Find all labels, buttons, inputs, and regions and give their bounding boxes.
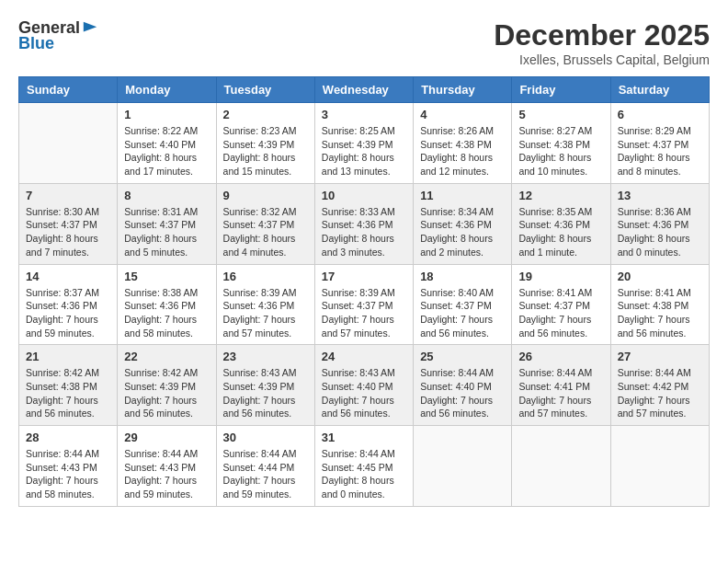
table-row: 16Sunrise: 8:39 AMSunset: 4:36 PMDayligh… bbox=[216, 264, 314, 345]
day-info: Sunrise: 8:44 AMSunset: 4:42 PMDaylight:… bbox=[618, 366, 702, 420]
table-row bbox=[512, 426, 610, 507]
table-row: 30Sunrise: 8:44 AMSunset: 4:44 PMDayligh… bbox=[216, 426, 314, 507]
table-row: 2Sunrise: 8:23 AMSunset: 4:39 PMDaylight… bbox=[216, 103, 314, 184]
day-number: 11 bbox=[420, 189, 505, 202]
logo-blue: Blue bbox=[18, 34, 54, 53]
day-number: 2 bbox=[223, 108, 308, 121]
day-info: Sunrise: 8:22 AMSunset: 4:40 PMDaylight:… bbox=[124, 124, 209, 178]
table-row: 26Sunrise: 8:44 AMSunset: 4:41 PMDayligh… bbox=[512, 345, 610, 426]
day-info: Sunrise: 8:30 AMSunset: 4:37 PMDaylight:… bbox=[26, 205, 110, 259]
table-row bbox=[19, 103, 118, 184]
day-info: Sunrise: 8:41 AMSunset: 4:37 PMDaylight:… bbox=[518, 286, 603, 340]
day-number: 25 bbox=[420, 350, 505, 363]
table-row: 24Sunrise: 8:43 AMSunset: 4:40 PMDayligh… bbox=[314, 345, 413, 426]
table-row: 19Sunrise: 8:41 AMSunset: 4:37 PMDayligh… bbox=[512, 264, 610, 345]
day-info: Sunrise: 8:39 AMSunset: 4:37 PMDaylight:… bbox=[322, 286, 406, 340]
table-row: 29Sunrise: 8:44 AMSunset: 4:43 PMDayligh… bbox=[118, 426, 216, 507]
day-info: Sunrise: 8:41 AMSunset: 4:38 PMDaylight:… bbox=[618, 286, 702, 340]
day-number: 30 bbox=[223, 431, 308, 444]
day-number: 8 bbox=[124, 189, 209, 202]
day-info: Sunrise: 8:40 AMSunset: 4:37 PMDaylight:… bbox=[420, 286, 505, 340]
day-number: 27 bbox=[618, 350, 702, 363]
day-number: 21 bbox=[26, 350, 110, 363]
calendar-table: Sunday Monday Tuesday Wednesday Thursday… bbox=[18, 76, 710, 507]
header-saturday: Saturday bbox=[610, 77, 709, 103]
table-row: 22Sunrise: 8:42 AMSunset: 4:39 PMDayligh… bbox=[118, 345, 216, 426]
table-row bbox=[610, 426, 709, 507]
day-info: Sunrise: 8:33 AMSunset: 4:36 PMDaylight:… bbox=[322, 205, 406, 259]
day-info: Sunrise: 8:34 AMSunset: 4:36 PMDaylight:… bbox=[420, 205, 505, 259]
day-info: Sunrise: 8:42 AMSunset: 4:39 PMDaylight:… bbox=[124, 366, 209, 420]
day-info: Sunrise: 8:38 AMSunset: 4:36 PMDaylight:… bbox=[124, 286, 209, 340]
day-number: 13 bbox=[618, 189, 702, 202]
header-tuesday: Tuesday bbox=[216, 77, 314, 103]
calendar-week-row: 21Sunrise: 8:42 AMSunset: 4:38 PMDayligh… bbox=[19, 345, 710, 426]
table-row: 11Sunrise: 8:34 AMSunset: 4:36 PMDayligh… bbox=[414, 183, 512, 264]
day-info: Sunrise: 8:42 AMSunset: 4:38 PMDaylight:… bbox=[26, 366, 110, 420]
day-info: Sunrise: 8:43 AMSunset: 4:39 PMDaylight:… bbox=[223, 366, 308, 420]
day-info: Sunrise: 8:25 AMSunset: 4:39 PMDaylight:… bbox=[322, 124, 406, 178]
table-row: 18Sunrise: 8:40 AMSunset: 4:37 PMDayligh… bbox=[414, 264, 512, 345]
svg-marker-0 bbox=[84, 21, 97, 31]
day-number: 14 bbox=[26, 270, 110, 283]
day-info: Sunrise: 8:23 AMSunset: 4:39 PMDaylight:… bbox=[223, 124, 308, 178]
day-info: Sunrise: 8:26 AMSunset: 4:38 PMDaylight:… bbox=[420, 124, 505, 178]
table-row: 10Sunrise: 8:33 AMSunset: 4:36 PMDayligh… bbox=[314, 183, 413, 264]
title-area: December 2025 Ixelles, Brussels Capital,… bbox=[494, 18, 710, 67]
header-friday: Friday bbox=[512, 77, 610, 103]
table-row: 17Sunrise: 8:39 AMSunset: 4:37 PMDayligh… bbox=[314, 264, 413, 345]
day-number: 17 bbox=[322, 270, 406, 283]
day-info: Sunrise: 8:36 AMSunset: 4:36 PMDaylight:… bbox=[618, 205, 702, 259]
table-row: 3Sunrise: 8:25 AMSunset: 4:39 PMDaylight… bbox=[314, 103, 413, 184]
table-row: 13Sunrise: 8:36 AMSunset: 4:36 PMDayligh… bbox=[610, 183, 709, 264]
table-row: 14Sunrise: 8:37 AMSunset: 4:36 PMDayligh… bbox=[19, 264, 118, 345]
day-info: Sunrise: 8:43 AMSunset: 4:40 PMDaylight:… bbox=[322, 366, 406, 420]
day-number: 4 bbox=[420, 108, 505, 121]
table-row: 9Sunrise: 8:32 AMSunset: 4:37 PMDaylight… bbox=[216, 183, 314, 264]
day-number: 31 bbox=[322, 431, 406, 444]
table-row: 21Sunrise: 8:42 AMSunset: 4:38 PMDayligh… bbox=[19, 345, 118, 426]
day-number: 29 bbox=[124, 431, 209, 444]
day-info: Sunrise: 8:29 AMSunset: 4:37 PMDaylight:… bbox=[618, 124, 702, 178]
calendar-week-row: 14Sunrise: 8:37 AMSunset: 4:36 PMDayligh… bbox=[19, 264, 710, 345]
day-info: Sunrise: 8:44 AMSunset: 4:43 PMDaylight:… bbox=[26, 447, 110, 501]
table-row: 15Sunrise: 8:38 AMSunset: 4:36 PMDayligh… bbox=[118, 264, 216, 345]
calendar-week-row: 7Sunrise: 8:30 AMSunset: 4:37 PMDaylight… bbox=[19, 183, 710, 264]
page-header: General Blue December 2025 Ixelles, Brus… bbox=[18, 18, 710, 67]
day-info: Sunrise: 8:44 AMSunset: 4:45 PMDaylight:… bbox=[322, 447, 406, 501]
day-number: 3 bbox=[322, 108, 406, 121]
table-row: 27Sunrise: 8:44 AMSunset: 4:42 PMDayligh… bbox=[610, 345, 709, 426]
table-row: 23Sunrise: 8:43 AMSunset: 4:39 PMDayligh… bbox=[216, 345, 314, 426]
day-number: 7 bbox=[26, 189, 110, 202]
day-number: 20 bbox=[618, 270, 702, 283]
day-number: 6 bbox=[618, 108, 702, 121]
table-row bbox=[414, 426, 512, 507]
calendar-week-row: 28Sunrise: 8:44 AMSunset: 4:43 PMDayligh… bbox=[19, 426, 710, 507]
day-number: 1 bbox=[124, 108, 209, 121]
day-number: 16 bbox=[223, 270, 308, 283]
table-row: 7Sunrise: 8:30 AMSunset: 4:37 PMDaylight… bbox=[19, 183, 118, 264]
day-info: Sunrise: 8:35 AMSunset: 4:36 PMDaylight:… bbox=[518, 205, 603, 259]
day-info: Sunrise: 8:39 AMSunset: 4:36 PMDaylight:… bbox=[223, 286, 308, 340]
day-number: 10 bbox=[322, 189, 406, 202]
table-row: 4Sunrise: 8:26 AMSunset: 4:38 PMDaylight… bbox=[414, 103, 512, 184]
table-row: 28Sunrise: 8:44 AMSunset: 4:43 PMDayligh… bbox=[19, 426, 118, 507]
logo: General Blue bbox=[18, 18, 98, 53]
header-thursday: Thursday bbox=[414, 77, 512, 103]
month-title: December 2025 bbox=[494, 18, 710, 52]
day-info: Sunrise: 8:27 AMSunset: 4:38 PMDaylight:… bbox=[518, 124, 603, 178]
table-row: 8Sunrise: 8:31 AMSunset: 4:37 PMDaylight… bbox=[118, 183, 216, 264]
day-info: Sunrise: 8:32 AMSunset: 4:37 PMDaylight:… bbox=[223, 205, 308, 259]
table-row: 31Sunrise: 8:44 AMSunset: 4:45 PMDayligh… bbox=[314, 426, 413, 507]
table-row: 5Sunrise: 8:27 AMSunset: 4:38 PMDaylight… bbox=[512, 103, 610, 184]
table-row: 20Sunrise: 8:41 AMSunset: 4:38 PMDayligh… bbox=[610, 264, 709, 345]
logo-flag-icon bbox=[82, 20, 98, 37]
location-title: Ixelles, Brussels Capital, Belgium bbox=[494, 52, 710, 67]
calendar-week-row: 1Sunrise: 8:22 AMSunset: 4:40 PMDaylight… bbox=[19, 103, 710, 184]
day-info: Sunrise: 8:44 AMSunset: 4:43 PMDaylight:… bbox=[124, 447, 209, 501]
day-number: 15 bbox=[124, 270, 209, 283]
day-number: 24 bbox=[322, 350, 406, 363]
header-monday: Monday bbox=[118, 77, 216, 103]
calendar-header-row: Sunday Monday Tuesday Wednesday Thursday… bbox=[19, 77, 710, 103]
day-number: 28 bbox=[26, 431, 110, 444]
